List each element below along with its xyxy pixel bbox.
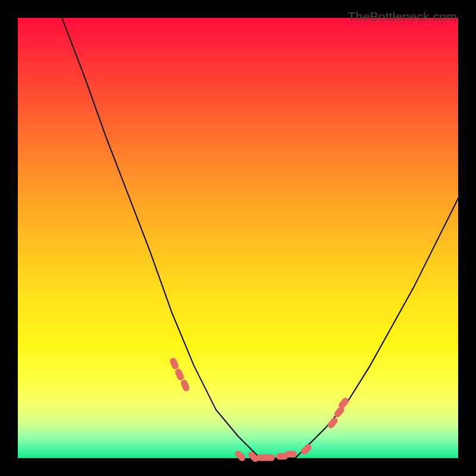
curve-marker [180,379,190,393]
curve-marker [326,416,339,430]
curve-marker [300,443,313,456]
curve-marker [263,455,275,461]
watermark-text: TheBottleneck.com [348,10,457,24]
plot-area [18,18,458,458]
curve-marker [174,368,185,381]
chart-frame: TheBottleneck.com [8,8,468,468]
bottleneck-curve [62,18,458,458]
curve-marker [285,451,297,458]
curve-svg [18,18,458,458]
marker-group [169,357,350,464]
curve-marker [169,357,180,371]
curve-marker [234,449,247,462]
curve-group [62,18,458,458]
